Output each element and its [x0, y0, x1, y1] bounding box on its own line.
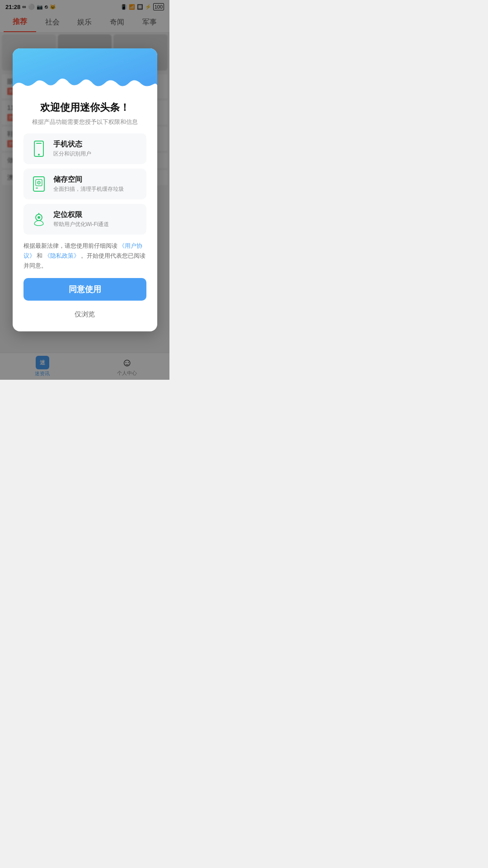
svg-point-9 [38, 216, 40, 219]
permission-dialog: 欢迎使用迷你头条！ 根据产品功能需要您授予以下权限和信息 手机状态 区分和识别用… [13, 48, 157, 331]
permission-storage: 储存空间 全面扫描，清理手机缓存垃圾 [23, 169, 146, 199]
location-icon [31, 211, 47, 227]
location-text: 定位权限 帮助用户优化Wi-Fi通道 [53, 210, 139, 228]
storage-icon [31, 176, 47, 192]
legal-privacy-link[interactable]: 《隐私政策》 [44, 252, 80, 259]
dialog-header [13, 48, 157, 94]
modal-overlay: 欢迎使用迷你头条！ 根据产品功能需要您授予以下权限和信息 手机状态 区分和识别用… [0, 0, 169, 380]
legal-and: 和 [37, 252, 42, 259]
svg-rect-1 [36, 143, 42, 144]
location-desc: 帮助用户优化Wi-Fi通道 [53, 221, 139, 228]
dialog-title: 欢迎使用迷你头条！ [23, 101, 146, 114]
permission-phone-state: 手机状态 区分和识别用户 [23, 133, 146, 164]
svg-point-6 [38, 182, 39, 183]
agree-button[interactable]: 同意使用 [23, 278, 146, 301]
browse-button[interactable]: 仅浏览 [23, 306, 146, 322]
dialog-body: 欢迎使用迷你头条！ 根据产品功能需要您授予以下权限和信息 手机状态 区分和识别用… [13, 94, 157, 331]
phone-state-text: 手机状态 区分和识别用户 [53, 140, 139, 158]
svg-rect-7 [36, 188, 38, 189]
legal-text: 根据最新法律，请您使用前仔细阅读 《用户协议》 和 《隐私政策》 。开始使用代表… [23, 241, 146, 271]
svg-point-2 [38, 154, 40, 156]
storage-desc: 全面扫描，清理手机缓存垃圾 [53, 185, 139, 193]
phone-state-icon [31, 141, 47, 157]
cloud-wave-decoration [13, 71, 157, 94]
permission-location: 定位权限 帮助用户优化Wi-Fi通道 [23, 204, 146, 235]
phone-state-desc: 区分和识别用户 [53, 150, 139, 158]
location-name: 定位权限 [53, 210, 139, 220]
storage-name: 储存空间 [53, 175, 139, 184]
phone-state-name: 手机状态 [53, 140, 139, 149]
legal-prefix: 根据最新法律，请您使用前仔细阅读 [23, 242, 117, 249]
dialog-subtitle: 根据产品功能需要您授予以下权限和信息 [23, 118, 146, 126]
storage-text: 储存空间 全面扫描，清理手机缓存垃圾 [53, 175, 139, 193]
